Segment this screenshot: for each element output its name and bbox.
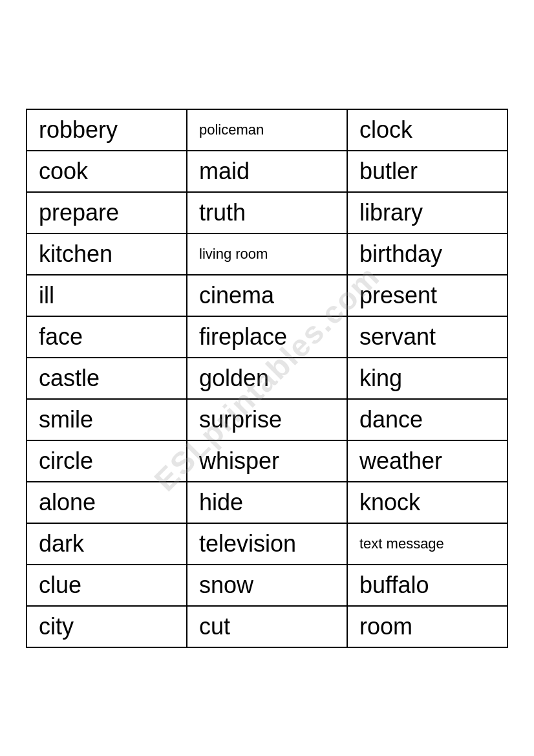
word-label: maid	[199, 158, 250, 184]
table-row: facefireplaceservant	[27, 316, 507, 358]
table-cell: face	[27, 316, 187, 358]
word-label: clock	[359, 116, 412, 143]
word-label: room	[359, 613, 412, 640]
page: ESLprintables.com robberypolicemanclockc…	[0, 0, 534, 756]
table-cell: king	[347, 358, 507, 399]
word-label: dark	[39, 530, 84, 557]
table-cell: castle	[27, 358, 187, 399]
word-label: cut	[199, 613, 230, 640]
word-label: prepare	[39, 199, 119, 226]
word-label: living room	[199, 246, 268, 262]
table-row: kitchenliving roombirthday	[27, 233, 507, 275]
table-row: illcinemapresent	[27, 275, 507, 316]
word-label: cook	[39, 158, 88, 184]
table-cell: kitchen	[27, 233, 187, 275]
table-cell: ill	[27, 275, 187, 316]
word-label: cinema	[199, 282, 274, 308]
word-label: ill	[39, 282, 54, 308]
word-label: library	[359, 199, 423, 226]
table-cell: room	[347, 606, 507, 647]
word-label: hide	[199, 489, 243, 515]
word-label: alone	[39, 489, 96, 515]
table-cell: smile	[27, 399, 187, 440]
table-cell: butler	[347, 151, 507, 192]
table-row: smilesurprisedance	[27, 399, 507, 440]
table-row: preparetruthlibrary	[27, 192, 507, 233]
word-label: robbery	[39, 116, 118, 143]
word-label: policeman	[199, 122, 264, 138]
table-cell: television	[187, 523, 347, 565]
table-cell: prepare	[27, 192, 187, 233]
table-cell: servant	[347, 316, 507, 358]
table-cell: city	[27, 606, 187, 647]
word-label: fireplace	[199, 323, 287, 350]
table-cell: weather	[347, 440, 507, 482]
word-label: king	[359, 365, 402, 391]
table-cell: clock	[347, 109, 507, 151]
table-cell: snow	[187, 565, 347, 606]
table-cell: buffalo	[347, 565, 507, 606]
table-cell: cut	[187, 606, 347, 647]
table-cell: policeman	[187, 109, 347, 151]
table-row: darktelevisiontext message	[27, 523, 507, 565]
word-label: castle	[39, 365, 100, 391]
word-label: clue	[39, 572, 81, 598]
word-label: dance	[359, 406, 423, 433]
table-cell: hide	[187, 482, 347, 523]
table-cell: surprise	[187, 399, 347, 440]
table-cell: birthday	[347, 233, 507, 275]
table-row: robberypolicemanclock	[27, 109, 507, 151]
table-wrapper: robberypolicemanclockcookmaidbutlerprepa…	[0, 83, 534, 674]
word-label: servant	[359, 323, 436, 350]
table-cell: robbery	[27, 109, 187, 151]
word-label: surprise	[199, 406, 282, 433]
word-label: smile	[39, 406, 93, 433]
table-cell: present	[347, 275, 507, 316]
word-label: golden	[199, 365, 269, 391]
word-label: text message	[359, 535, 444, 552]
table-cell: truth	[187, 192, 347, 233]
table-row: circlewhisperweather	[27, 440, 507, 482]
table-cell: dance	[347, 399, 507, 440]
table-cell: fireplace	[187, 316, 347, 358]
table-cell: cook	[27, 151, 187, 192]
table-cell: whisper	[187, 440, 347, 482]
table-cell: dark	[27, 523, 187, 565]
table-cell: knock	[347, 482, 507, 523]
table-cell: golden	[187, 358, 347, 399]
word-label: whisper	[199, 448, 279, 474]
word-label: present	[359, 282, 437, 308]
word-label: snow	[199, 572, 253, 598]
table-cell: living room	[187, 233, 347, 275]
table-row: alonehideknock	[27, 482, 507, 523]
word-label: kitchen	[39, 241, 112, 267]
word-label: television	[199, 530, 296, 557]
word-label: circle	[39, 448, 93, 474]
table-cell: text message	[347, 523, 507, 565]
table-cell: clue	[27, 565, 187, 606]
table-row: cookmaidbutler	[27, 151, 507, 192]
word-label: truth	[199, 199, 246, 226]
word-label: face	[39, 323, 83, 350]
word-label: knock	[359, 489, 420, 515]
table-cell: alone	[27, 482, 187, 523]
table-row: citycutroom	[27, 606, 507, 647]
word-label: butler	[359, 158, 418, 184]
table-cell: maid	[187, 151, 347, 192]
table-cell: library	[347, 192, 507, 233]
word-label: city	[39, 613, 74, 640]
table-cell: cinema	[187, 275, 347, 316]
word-table: robberypolicemanclockcookmaidbutlerprepa…	[26, 109, 508, 648]
table-row: cluesnowbuffalo	[27, 565, 507, 606]
table-cell: circle	[27, 440, 187, 482]
table-row: castlegoldenking	[27, 358, 507, 399]
word-label: weather	[359, 448, 442, 474]
word-label: buffalo	[359, 572, 429, 598]
word-label: birthday	[359, 241, 442, 267]
